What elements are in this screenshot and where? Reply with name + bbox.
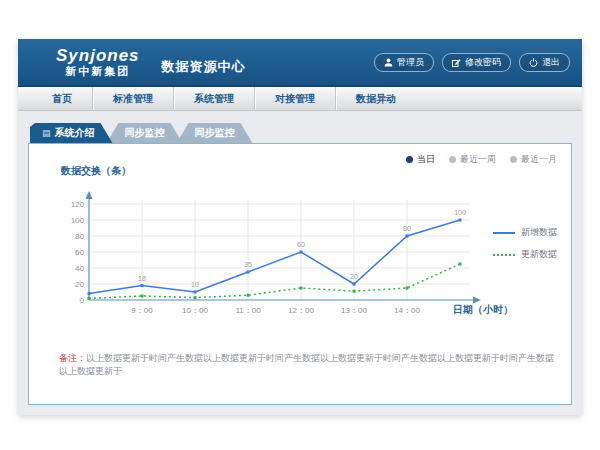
radio-dot-icon [510, 156, 517, 163]
user-icon [384, 58, 393, 67]
svg-text:120: 120 [71, 200, 85, 209]
nav-item-home[interactable]: 首页 [32, 87, 92, 110]
tab-label: 同步监控 [125, 126, 165, 140]
main-nav: 首页 标准管理 系统管理 对接管理 数据异动 [18, 87, 582, 111]
filter-option-label: 最近一月 [521, 153, 557, 166]
nav-item-interface-mgmt[interactable]: 对接管理 [254, 87, 335, 110]
x-axis-label: 日期（小时） [453, 303, 513, 317]
svg-text:12：00: 12：00 [288, 306, 314, 315]
dotted-line-swatch-icon [493, 254, 515, 256]
svg-text:20: 20 [75, 280, 84, 289]
svg-text:60: 60 [297, 241, 305, 248]
svg-text:13：00: 13：00 [341, 306, 367, 315]
header-actions: 管理员 修改密码 退出 [374, 53, 570, 72]
power-icon [529, 58, 538, 67]
filter-option-label: 最近一周 [460, 153, 496, 166]
filter-option-last-month[interactable]: 最近一月 [510, 153, 557, 166]
filter-option-today[interactable]: 当日 [406, 153, 435, 166]
solid-line-swatch-icon [493, 232, 515, 234]
svg-text:20: 20 [350, 273, 358, 280]
svg-text:11：00: 11：00 [235, 306, 261, 315]
tab-sync-monitor-1[interactable]: 同步监控 [107, 123, 183, 143]
svg-text:80: 80 [75, 232, 84, 241]
radio-dot-icon [449, 156, 456, 163]
tab-label: 同步监控 [195, 126, 235, 140]
svg-text:14：00: 14：00 [394, 306, 420, 315]
brand-logo-text: Synjones [56, 47, 140, 64]
footnote-text: 以上数据更新于时间产生数据以上数据更新于时间产生数据以上数据更新于时间产生数据以… [59, 353, 554, 376]
filter-option-last-week[interactable]: 最近一周 [449, 153, 496, 166]
app-window: Synjones 新中新集团 数据资源中心 管理员 修改密码 退出 [18, 39, 582, 415]
svg-text:0: 0 [80, 296, 85, 305]
svg-text:10：00: 10：00 [182, 306, 208, 315]
svg-text:100: 100 [454, 209, 466, 216]
svg-text:40: 40 [75, 264, 84, 273]
brand-company-name: 新中新集团 [65, 66, 130, 77]
legend-label: 新增数据 [521, 226, 557, 239]
logout-label: 退出 [542, 56, 560, 69]
tab-label: 系统介绍 [55, 126, 95, 140]
y-axis-label: 数据交换（条） [61, 164, 131, 178]
svg-text:9：00: 9：00 [131, 306, 153, 315]
nav-item-standard-mgmt[interactable]: 标准管理 [92, 87, 173, 110]
svg-text:60: 60 [75, 248, 84, 257]
app-header: Synjones 新中新集团 数据资源中心 管理员 修改密码 退出 [18, 39, 582, 87]
footnote-label: 备注： [59, 353, 86, 363]
svg-text:10: 10 [191, 281, 199, 288]
legend-label: 更新数据 [521, 248, 557, 261]
nav-item-data-change[interactable]: 数据异动 [335, 87, 416, 110]
change-password-label: 修改密码 [465, 56, 501, 69]
tab-bar: ▤ 系统介绍 同步监控 同步监控 [28, 123, 572, 143]
time-range-filter: 当日 最近一周 最近一月 [406, 153, 557, 166]
footnote: 备注：以上数据更新于时间产生数据以上数据更新于时间产生数据以上数据更新于时间产生… [59, 352, 559, 378]
chart-panel: 当日 最近一周 最近一月 数据交换（条） 0204060801001209：00… [28, 143, 572, 405]
nav-item-system-mgmt[interactable]: 系统管理 [173, 87, 254, 110]
document-icon: ▤ [42, 128, 51, 138]
svg-text:100: 100 [71, 216, 85, 225]
svg-text:18: 18 [138, 275, 146, 282]
edit-icon [452, 58, 461, 67]
logout-button[interactable]: 退出 [519, 53, 570, 72]
brand-logo: Synjones 新中新集团 [56, 47, 140, 77]
legend-item-update-data: 更新数据 [493, 248, 557, 261]
user-button-label: 管理员 [397, 56, 424, 69]
filter-option-label: 当日 [417, 153, 435, 166]
change-password-button[interactable]: 修改密码 [442, 53, 511, 72]
content-area: ▤ 系统介绍 同步监控 同步监控 当日 最近一周 [18, 111, 582, 413]
user-button[interactable]: 管理员 [374, 53, 434, 72]
svg-text:35: 35 [244, 261, 252, 268]
radio-dot-icon [406, 156, 413, 163]
page-title: 数据资源中心 [162, 58, 246, 76]
svg-text:80: 80 [403, 225, 411, 232]
line-chart: 0204060801001209：0010：0011：0012：0013：001… [49, 188, 499, 328]
tab-sync-monitor-2[interactable]: 同步监控 [177, 123, 253, 143]
tab-system-intro[interactable]: ▤ 系统介绍 [30, 123, 113, 143]
legend-item-new-data: 新增数据 [493, 226, 557, 239]
series-legend: 新增数据 更新数据 [493, 226, 557, 261]
